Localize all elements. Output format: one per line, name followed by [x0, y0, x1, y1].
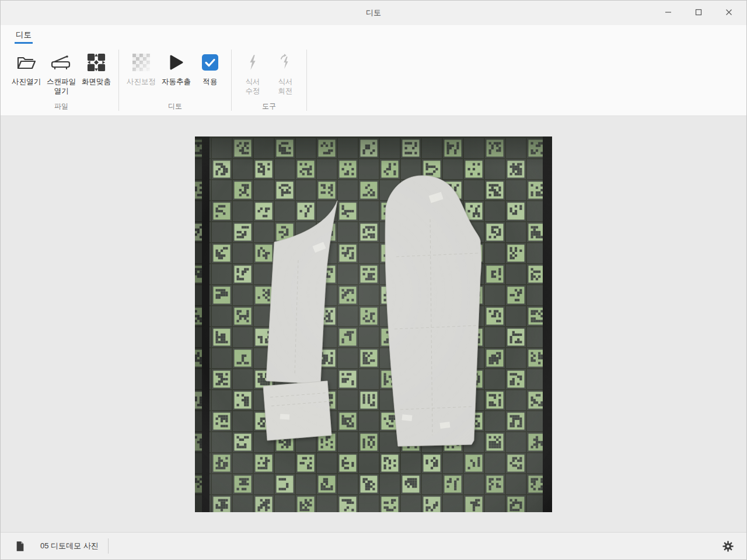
ribbon-separator — [118, 50, 119, 111]
ribbon-group-file: 사진열기 스캔파일 열기 — [5, 44, 117, 116]
grainline-rotate-label: 식서 회전 — [278, 77, 293, 96]
gear-icon — [722, 541, 734, 552]
titlebar: 디토 — [1, 1, 746, 25]
left-edge-shade — [195, 136, 202, 512]
open-photo-button[interactable]: 사진열기 — [9, 51, 44, 88]
grainline-rotate-button[interactable]: 식서 회전 — [269, 51, 302, 97]
statusbar: 05 디토데모 사진 — [1, 532, 746, 559]
apply-label: 적용 — [203, 77, 218, 86]
window-title: 디토 — [1, 1, 746, 25]
transparency-checker-icon — [132, 52, 150, 73]
photo-correction-label: 사진보정 — [127, 77, 156, 86]
group-file-buttons: 사진열기 스캔파일 열기 — [5, 44, 117, 99]
document-icon — [16, 541, 25, 552]
folder-icon — [16, 52, 36, 73]
apply-button[interactable]: 적용 — [194, 51, 226, 88]
scanner-icon — [51, 52, 72, 73]
ribbon-buttons-row: 사진열기 스캔파일 열기 — [1, 44, 746, 116]
canvas-area[interactable] — [1, 116, 746, 532]
statusbar-separator — [108, 538, 109, 554]
play-icon — [168, 52, 184, 73]
grainline-edit-label: 식서 수정 — [246, 77, 260, 96]
app-window: 디토 디토 — [0, 0, 747, 560]
top-shade-overlay — [195, 136, 552, 167]
open-photo-label: 사진열기 — [12, 77, 41, 86]
group-label-file: 파일 — [5, 99, 117, 116]
fit-screen-label: 화면맞춤 — [82, 77, 111, 86]
ribbon: 디토 사진열기 — [1, 25, 746, 116]
current-file-label: 05 디토데모 사진 — [40, 541, 99, 551]
fit-screen-button[interactable]: 화면맞춤 — [79, 51, 114, 88]
grainline-edit-button[interactable]: 식서 수정 — [236, 51, 269, 97]
maximize-button[interactable] — [683, 1, 714, 25]
open-scanfile-button[interactable]: 스캔파일 열기 — [44, 51, 79, 97]
minimize-icon — [665, 8, 672, 18]
vignette-overlay — [195, 136, 552, 512]
ribbon-separator — [231, 50, 232, 111]
tab-ditto[interactable]: 디토 — [15, 27, 33, 44]
ribbon-tabrow: 디토 — [1, 25, 746, 44]
group-tools-buttons: 식서 수정 식서 회전 — [233, 44, 305, 99]
grainline-edit-icon — [246, 52, 259, 73]
group-label-ditto: 디토 — [120, 99, 230, 116]
settings-gear-button[interactable] — [722, 541, 734, 552]
group-ditto-buttons: 사진보정 자동추출 — [120, 44, 230, 99]
photo-correction-button[interactable]: 사진보정 — [124, 51, 159, 88]
fit-screen-icon — [87, 52, 106, 73]
check-icon — [201, 52, 219, 73]
close-button[interactable] — [714, 1, 744, 25]
scan-photo[interactable] — [195, 136, 552, 512]
minimize-button[interactable] — [653, 1, 683, 25]
group-label-tools: 도구 — [233, 99, 305, 116]
window-controls — [653, 1, 744, 25]
maximize-icon — [695, 8, 702, 18]
open-scanfile-label: 스캔파일 열기 — [47, 77, 76, 96]
auto-extract-label: 자동추출 — [162, 77, 191, 86]
grainline-rotate-icon — [279, 52, 292, 73]
close-icon — [725, 8, 732, 18]
auto-extract-button[interactable]: 자동추출 — [159, 51, 194, 88]
ribbon-separator — [306, 50, 307, 111]
ribbon-group-ditto: 사진보정 자동추출 — [120, 44, 230, 116]
ribbon-group-tools: 식서 수정 식서 회전 도구 — [233, 44, 305, 116]
